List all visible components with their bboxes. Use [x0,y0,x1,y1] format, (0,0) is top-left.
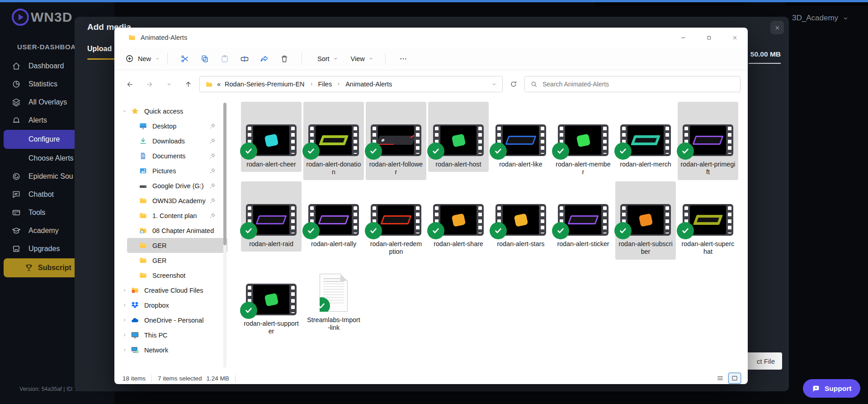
file-streamlabs-import-link[interactable]: Streamlabs-Import-link [303,261,364,336]
file-rodan-alert-merch[interactable]: rodan-alert-merch [615,102,676,172]
top-blue-strip [0,0,868,2]
folder-icon [139,256,147,265]
check-icon [369,226,378,235]
tree-chevron-icon[interactable] [121,318,128,323]
tree-chevron-icon[interactable] [121,109,128,114]
tree-item-network[interactable]: Network [119,342,227,357]
tree-item-own3d-academy[interactable]: OWN3D Academy [127,193,227,208]
file-rodan-alert-member[interactable]: rodan-alert-member [553,102,613,180]
check-icon [681,147,690,156]
pin-icon[interactable] [209,213,216,219]
delete-button[interactable] [274,54,294,63]
file-rodan-alert-donation[interactable]: rodan-alert-donation [303,102,364,180]
tree-item-creative-cloud-files[interactable]: Creative Cloud Files [119,283,227,298]
drive-icon [139,181,147,190]
file-rodan-alert-stars[interactable]: rodan-alert-stars [491,181,551,252]
file-rodan-alert-cheer[interactable]: rodan-alert-cheer [241,102,302,172]
breadcrumb[interactable]: « Rodan-Series-Premium-EN Files Animated… [199,76,503,92]
tree-item-onedrive-personal[interactable]: OneDrive - Personal [119,313,227,328]
back-button[interactable] [122,76,138,92]
tree-item-dropbox[interactable]: Dropbox [119,298,227,313]
tree-item-pictures[interactable]: Pictures [127,163,227,178]
forward-button[interactable] [141,76,158,92]
tree-item-downloads[interactable]: Downloads [127,133,227,148]
maximize-button[interactable] [696,28,722,48]
breadcrumb-item[interactable]: Animated-Alerts [345,81,392,88]
up-button[interactable] [180,76,197,92]
tree-item-desktop[interactable]: Desktop [127,119,227,133]
sort-button[interactable]: Sort [309,55,343,62]
file-rodan-alert-redemption[interactable]: rodan-alert-redemption [366,181,426,260]
details-view-button[interactable] [714,373,726,383]
modal-close-button[interactable] [770,21,784,34]
share-button[interactable] [255,54,274,63]
tree-item-quick-access[interactable]: Quick access [119,104,227,119]
file-rodan-alert-primegift[interactable]: rodan-alert-primegift [678,102,738,180]
tree-chevron-icon[interactable] [121,288,128,293]
film-strip-holes [354,127,357,154]
tree-chevron-icon[interactable] [121,333,128,337]
recent-locations-button[interactable] [160,76,177,92]
tree-item-ger[interactable]: GER [127,238,227,253]
file-rodan-alert-host[interactable]: rodan-alert-host [428,102,489,172]
pin-icon[interactable] [209,123,216,129]
chat-bubble-icon [812,385,820,393]
tree-scrollbar[interactable] [223,103,226,368]
address-dropdown-chevron[interactable] [491,81,497,87]
paste-button[interactable] [215,54,235,63]
file-rodan-alert-like[interactable]: rodan-alert-like [491,102,551,172]
rename-button[interactable] [235,54,255,63]
file-rodan-alert-rally[interactable]: rodan-alert-rally [303,181,364,252]
search-input[interactable] [542,81,735,88]
copy-button[interactable] [195,54,215,63]
cut-button[interactable] [175,54,195,63]
sidebar-item-label: Configure [28,135,60,143]
divider [385,53,386,65]
see-more-button[interactable] [393,55,414,63]
file-rodan-alert-raid[interactable]: rodan-alert-raid [241,181,302,252]
tree-item-screenshot[interactable]: Screenshot [127,268,227,283]
scrollbar-thumb[interactable] [223,103,226,245]
file-rodan-alert-share[interactable]: rodan-alert-share [428,181,489,252]
tree-chevron-icon[interactable] [121,303,128,308]
pin-icon[interactable] [209,153,216,159]
pin-icon[interactable] [209,168,216,174]
tree-item-this-pc[interactable]: This PC [119,328,227,342]
file-rodan-alert-superchat[interactable]: rodan-alert-superchat [678,181,738,260]
minimize-button[interactable] [670,28,696,48]
file-rodan-alert-subscriber[interactable]: rodan-alert-subscriber [615,181,676,260]
pin-icon[interactable] [209,198,216,204]
view-button[interactable]: View [343,55,378,62]
breadcrumb-item[interactable]: Files [318,81,332,88]
account-menu[interactable]: 3D_Academy [792,14,849,23]
tree-item-google-drive-g[interactable]: Google Drive (G:) [127,178,227,193]
refresh-button[interactable] [505,76,522,92]
search-box[interactable] [524,76,741,92]
pin-icon[interactable] [209,138,216,144]
file-rodan-alert-follower[interactable]: rodan-alert-follower [366,102,426,180]
maximize-icon [706,35,712,41]
close-window-button[interactable] [722,28,748,48]
film-strip-holes [291,127,295,154]
file-name: rodan-alert-cheer [244,161,299,168]
tree-item-1-content-plan[interactable]: 1. Content plan [127,208,227,223]
pin-icon[interactable] [209,183,216,189]
thumbnail-screen [565,205,601,234]
tree-item-documents[interactable]: Documents [127,148,227,163]
tree-item-08-chapter-animated-alert[interactable]: 08 Chapter Animated Alert [127,223,227,238]
thumbnails-view-button[interactable] [729,373,741,383]
file-rodan-alert-supporter[interactable]: rodan-alert-supporter [241,261,302,339]
sidebar-item-label: Chatbot [28,190,54,199]
breadcrumb-item[interactable]: Rodan-Series-Premium-EN [225,81,304,88]
tree-chevron-icon[interactable] [121,347,128,352]
tree-item-label: 1. Content plan [152,212,197,219]
film-strip-holes [416,206,420,233]
explorer-titlebar[interactable]: Animated-Alerts [114,28,748,48]
new-button[interactable]: New [125,54,160,63]
thumbnail-screen [503,205,539,234]
file-rodan-alert-sticker[interactable]: rodan-alert-sticker [553,181,613,252]
folder-icon [128,33,136,42]
breadcrumb-overflow[interactable]: « [217,81,221,88]
tree-item-ger[interactable]: GER [127,253,227,268]
support-button[interactable]: Support [803,379,860,398]
